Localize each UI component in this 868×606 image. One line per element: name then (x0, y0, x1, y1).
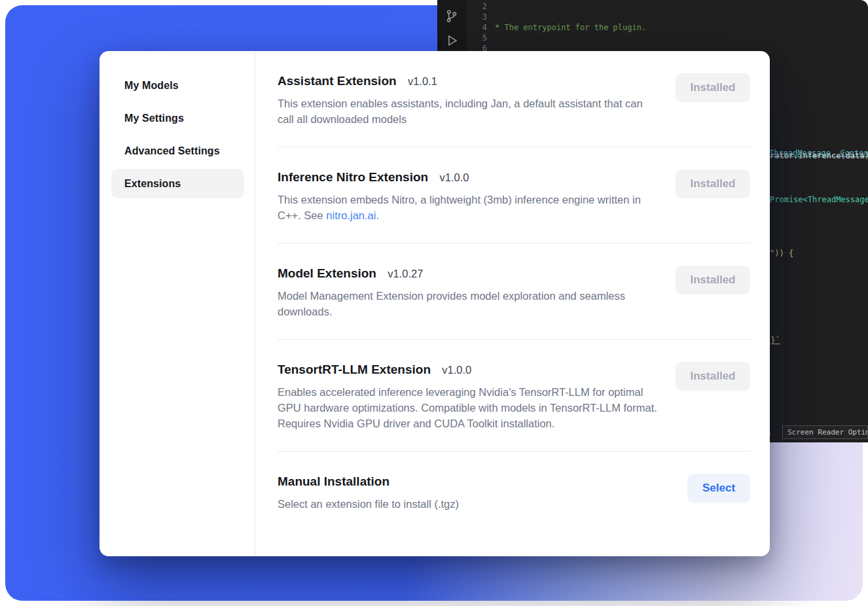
code-fragment: Promise<ThreadMessage> (770, 194, 868, 205)
installed-button[interactable]: Installed (676, 169, 750, 198)
extension-heading: Assistant Extension v1.0.1 (278, 73, 659, 89)
sidebar-item-advanced-settings[interactable]: Advanced Settings (111, 136, 244, 166)
line-number: 3 (466, 12, 487, 22)
extension-title: Assistant Extension (278, 74, 397, 88)
extension-heading: Model Extension v1.0.27 (278, 266, 659, 281)
installed-button[interactable]: Installed (676, 73, 750, 102)
line-number: 4 (466, 22, 487, 33)
code-fragment: t}` (766, 335, 868, 346)
line-number: 2 (466, 1, 487, 12)
settings-sidebar: My Models My Settings Advanced Settings … (99, 51, 255, 556)
description-text: . (376, 209, 379, 221)
manual-installation-section: Manual Installation Select an extension … (278, 452, 750, 531)
screen-reader-badge: Screen Reader Optimize (782, 425, 868, 439)
code-fragment: ")) { (770, 248, 868, 258)
extension-version: v1.0.1 (408, 75, 437, 87)
extension-section-model: Model Extension v1.0.27 Model Management… (278, 243, 750, 340)
extension-section-nitro: Inference Nitro Extension v1.0.0 This ex… (278, 147, 750, 243)
nitro-jan-ai-link[interactable]: nitro.jan.ai (326, 209, 376, 221)
extension-title: Manual Installation (278, 474, 389, 488)
extensions-panel: Assistant Extension v1.0.1 This extensio… (255, 51, 770, 556)
extension-section-assistant: Assistant Extension v1.0.1 This extensio… (278, 51, 750, 147)
extension-title: Inference Nitro Extension (278, 170, 428, 184)
extension-section-tensorrt: TensortRT-LLM Extension v1.0.0 Enables a… (278, 340, 750, 452)
editor-line-numbers: 2 3 4 5 6 (466, 1, 487, 54)
source-control-icon (445, 9, 458, 24)
extension-description: This extension embeds Nitro, a lightweig… (278, 192, 659, 223)
extension-description: This extension enables assistants, inclu… (278, 96, 659, 127)
extension-description: Select an extension file to install (.tg… (278, 496, 659, 512)
code-line: * The entrypoint for the plugin. (495, 22, 868, 33)
extension-heading: TensortRT-LLM Extension v1.0.0 (278, 362, 659, 378)
extension-version: v1.0.0 (439, 171, 469, 183)
code-fragment: rator.inference(data)); (770, 151, 868, 161)
settings-modal: My Models My Settings Advanced Settings … (99, 51, 770, 556)
scene: 2 3 4 5 6 * The entrypoint for the plugi… (0, 0, 868, 606)
run-icon (444, 33, 459, 48)
sidebar-item-extensions[interactable]: Extensions (111, 169, 244, 198)
extension-title: TensortRT-LLM Extension (278, 363, 431, 376)
select-file-button[interactable]: Select (687, 474, 750, 503)
extension-title: Model Extension (278, 266, 376, 280)
installed-button[interactable]: Installed (676, 266, 750, 294)
extension-heading: Manual Installation (278, 474, 659, 490)
installed-button[interactable]: Installed (676, 362, 750, 391)
sidebar-item-my-settings[interactable]: My Settings (111, 103, 244, 133)
extension-version: v1.0.27 (388, 268, 423, 279)
sidebar-item-my-models[interactable]: My Models (111, 71, 244, 100)
extension-version: v1.0.0 (442, 364, 471, 376)
line-number: 5 (466, 33, 487, 43)
extension-heading: Inference Nitro Extension v1.0.0 (278, 169, 659, 185)
extension-description: Model Management Extension provides mode… (278, 288, 659, 319)
extension-description: Enables accelerated inference leveraging… (278, 384, 659, 431)
